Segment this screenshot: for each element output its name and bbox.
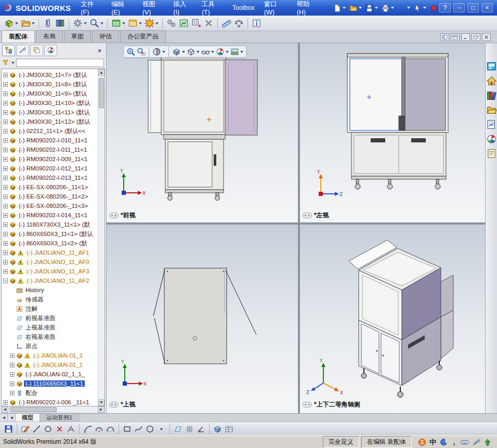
glasses-button[interactable] (201, 47, 215, 57)
bottom-tab-1[interactable]: 运动算例1 (40, 414, 79, 421)
viewport-top-view[interactable]: Y X *上视 (107, 225, 298, 413)
tree-item[interactable]: +(-) RM090202-I-010_11<1 (2, 136, 98, 145)
grid-button[interactable] (184, 424, 195, 434)
split-v-button[interactable] (451, 33, 460, 41)
tree-expander-icon[interactable]: + (3, 101, 8, 106)
tree-item[interactable]: +(-) 02212_11<1> (默认<< (2, 126, 98, 136)
undo-button[interactable] (396, 3, 411, 14)
viewport-vertical-splitter[interactable] (298, 43, 300, 413)
tree-item[interactable]: +(-) 860X650X3_11<1> (默认 (2, 229, 98, 239)
scroll-up-button[interactable] (98, 69, 104, 76)
tree-item[interactable]: +History (2, 285, 98, 295)
manager-tab-fm-tree[interactable] (2, 45, 15, 56)
tree-expander-icon[interactable]: + (3, 222, 8, 227)
tree-item[interactable]: +传感器 (2, 295, 98, 304)
dropdown-arrow-icon[interactable] (15, 22, 18, 24)
tree-expander-icon[interactable]: + (3, 129, 8, 134)
tree-item[interactable]: +(-) 1110X650X3_11<1 (2, 379, 98, 388)
tree-item[interactable]: +(-) RM090202-I-006 _11<1 (2, 398, 98, 406)
tree-expander-icon[interactable]: − (3, 279, 8, 283)
ime-lang[interactable]: 中 (429, 438, 436, 447)
pattern-button[interactable] (54, 17, 66, 29)
tree-item[interactable]: +(-) JIAOLIAN-01_1 (2, 351, 98, 360)
display-style-button[interactable] (186, 47, 200, 57)
tree-item[interactable]: +(-) RM090202-I-014_11<1 (2, 210, 98, 220)
tree-expander-icon[interactable]: + (3, 185, 8, 190)
rebuild-button[interactable] (428, 3, 439, 14)
tree-item[interactable]: +(-) EE-SX-080206-_11<3> (2, 201, 98, 210)
dropdown-arrow-icon[interactable] (240, 51, 243, 53)
home-button[interactable] (486, 75, 497, 86)
tab-1[interactable]: 布局 (36, 30, 63, 43)
open-button[interactable] (20, 17, 36, 29)
burst-button[interactable] (143, 17, 160, 29)
viewport-horizontal-splitter[interactable] (107, 222, 485, 225)
tab-scroll-first-button[interactable] (0, 414, 8, 421)
zoom-area-button[interactable] (136, 47, 146, 57)
tree-expander-icon[interactable]: + (3, 204, 8, 208)
manager-tab-fm-props[interactable] (16, 45, 29, 56)
interfere-button[interactable] (203, 17, 215, 29)
section-button[interactable] (152, 47, 166, 57)
tree-expander-icon[interactable]: + (3, 241, 8, 246)
dropdown-arrow-icon[interactable] (226, 51, 229, 53)
view-cube-button[interactable] (172, 47, 186, 57)
ime-punct[interactable]: ， (451, 438, 457, 447)
tree-item[interactable]: +(-) JM30X30_11<8> (默认 (2, 80, 98, 89)
chevron-down-icon[interactable] (11, 62, 15, 64)
menu-item-5[interactable]: Toolbox (228, 0, 259, 16)
arc2-button[interactable] (94, 424, 104, 434)
viewport-isometric-view[interactable]: Y X Z *上下二等角轴测 (300, 225, 485, 413)
tree-item[interactable]: +(-) JIAOLIANO_11_AF0 (2, 257, 98, 267)
dropdown-arrow-icon[interactable] (162, 51, 165, 53)
viewport-left-view[interactable]: Y Z *左视 (300, 43, 485, 222)
scroll-thumb[interactable] (99, 78, 104, 108)
tree-expander-icon[interactable]: + (3, 176, 8, 180)
viewport-front-view[interactable]: Y X *前视 (107, 43, 298, 222)
select-button[interactable] (412, 3, 427, 14)
scroll-down-button[interactable] (98, 399, 104, 406)
tree-expander-icon[interactable]: + (10, 353, 15, 358)
manager-tabs-overflow-button[interactable]: » (95, 47, 104, 54)
insert-comp-button[interactable] (3, 17, 19, 29)
menu-item-3[interactable]: 插入(I) (168, 0, 197, 16)
dropdown-arrow-icon[interactable] (100, 22, 103, 24)
tree-expander-icon[interactable]: + (10, 372, 15, 377)
tab-scroll-left-button[interactable] (8, 414, 16, 421)
tree-expander-icon[interactable]: + (3, 120, 8, 124)
appearance-button[interactable] (486, 134, 497, 144)
menu-item-6[interactable]: 窗口(W) (259, 0, 292, 16)
arc1-button[interactable] (82, 424, 93, 434)
erase-button[interactable] (54, 424, 65, 434)
dropdown-arrow-icon[interactable] (391, 7, 394, 9)
bottom-tab-0[interactable]: 模型 (16, 414, 40, 421)
dropdown-arrow-icon[interactable] (343, 7, 346, 9)
folder-button[interactable] (486, 104, 497, 115)
scene-button[interactable] (230, 47, 244, 57)
tree-expander-icon[interactable]: + (3, 82, 8, 87)
tree-item[interactable]: +(-) RM090202-I-009_11<1 (2, 154, 98, 164)
tree-item[interactable]: +(-) RM090202-I-013_11<1 (2, 173, 98, 182)
print-button[interactable] (380, 3, 395, 14)
help-button[interactable]: ? (439, 3, 451, 12)
plane-button[interactable] (173, 424, 184, 434)
spline-button[interactable] (133, 424, 144, 434)
tree-expander-icon[interactable]: + (3, 400, 8, 405)
tab-0[interactable]: 装配体 (2, 30, 35, 43)
save-button[interactable] (3, 424, 14, 434)
dropdown-arrow-icon[interactable] (32, 22, 35, 24)
tab-2[interactable]: 草图 (64, 30, 91, 43)
tree-item[interactable]: +(-) JM30X30_11<10> (默认 (2, 98, 98, 108)
tree-expander-icon[interactable]: + (3, 110, 8, 115)
scroll-track-h[interactable] (8, 406, 98, 413)
resources-button[interactable] (486, 61, 497, 72)
tree-expander-icon[interactable]: + (3, 213, 8, 218)
save-button[interactable] (364, 3, 379, 14)
window-gold-button[interactable] (127, 17, 143, 29)
board-green-button[interactable] (178, 17, 190, 29)
tree-item[interactable]: +(-) JM30X30_11<12> (默认 (2, 117, 98, 126)
tree-expander-icon[interactable]: + (3, 73, 8, 77)
menu-item-0[interactable]: 文件(F) (76, 0, 107, 16)
grid-plus-button[interactable] (190, 17, 202, 29)
dropdown-arrow-icon[interactable] (155, 22, 159, 24)
